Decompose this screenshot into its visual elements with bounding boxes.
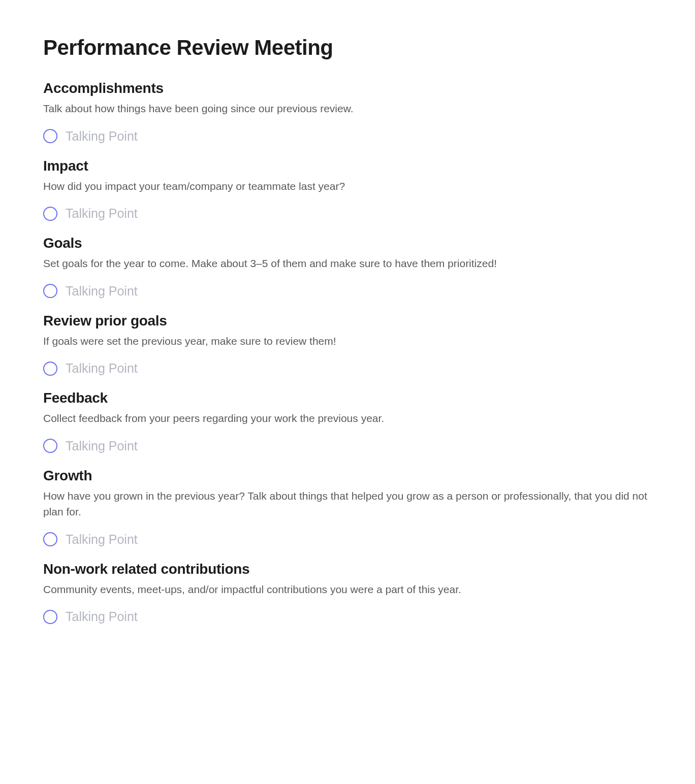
section-description: Collect feedback from your peers regardi… (43, 410, 652, 427)
section-feedback: Feedback Collect feedback from your peer… (43, 390, 652, 453)
circle-icon[interactable] (43, 610, 57, 624)
talking-point-label: Talking Point (66, 129, 138, 144)
section-heading: Non-work related contributions (43, 561, 652, 577)
talking-point-item[interactable]: Talking Point (43, 532, 652, 547)
section-description: How have you grown in the previous year?… (43, 488, 652, 520)
section-description: Community events, meet-ups, and/or impac… (43, 581, 652, 598)
section-description: Talk about how things have been going si… (43, 101, 652, 117)
section-heading: Goals (43, 235, 652, 251)
section-heading: Impact (43, 158, 652, 174)
circle-icon[interactable] (43, 362, 57, 376)
section-growth: Growth How have you grown in the previou… (43, 468, 652, 547)
section-description: If goals were set the previous year, mak… (43, 333, 652, 349)
talking-point-label: Talking Point (66, 439, 138, 453)
section-heading: Accomplishments (43, 80, 652, 96)
talking-point-item[interactable]: Talking Point (43, 129, 652, 144)
talking-point-item[interactable]: Talking Point (43, 609, 652, 624)
circle-icon[interactable] (43, 439, 57, 453)
talking-point-item[interactable]: Talking Point (43, 361, 652, 376)
talking-point-label: Talking Point (66, 609, 138, 624)
section-non-work-contributions: Non-work related contributions Community… (43, 561, 652, 625)
section-heading: Growth (43, 468, 652, 484)
section-heading: Review prior goals (43, 313, 652, 329)
circle-icon[interactable] (43, 129, 57, 143)
page-title: Performance Review Meeting (43, 36, 652, 60)
section-accomplishments: Accomplishments Talk about how things ha… (43, 80, 652, 144)
talking-point-item[interactable]: Talking Point (43, 439, 652, 453)
section-impact: Impact How did you impact your team/comp… (43, 158, 652, 221)
talking-point-label: Talking Point (66, 532, 138, 547)
circle-icon[interactable] (43, 284, 57, 298)
talking-point-label: Talking Point (66, 206, 138, 221)
talking-point-item[interactable]: Talking Point (43, 284, 652, 299)
talking-point-label: Talking Point (66, 361, 138, 376)
section-description: Set goals for the year to come. Make abo… (43, 255, 652, 272)
section-goals: Goals Set goals for the year to come. Ma… (43, 235, 652, 299)
section-description: How did you impact your team/company or … (43, 178, 652, 194)
talking-point-item[interactable]: Talking Point (43, 206, 652, 221)
circle-icon[interactable] (43, 207, 57, 221)
circle-icon[interactable] (43, 532, 57, 546)
section-review-prior-goals: Review prior goals If goals were set the… (43, 313, 652, 376)
section-heading: Feedback (43, 390, 652, 406)
talking-point-label: Talking Point (66, 284, 138, 299)
